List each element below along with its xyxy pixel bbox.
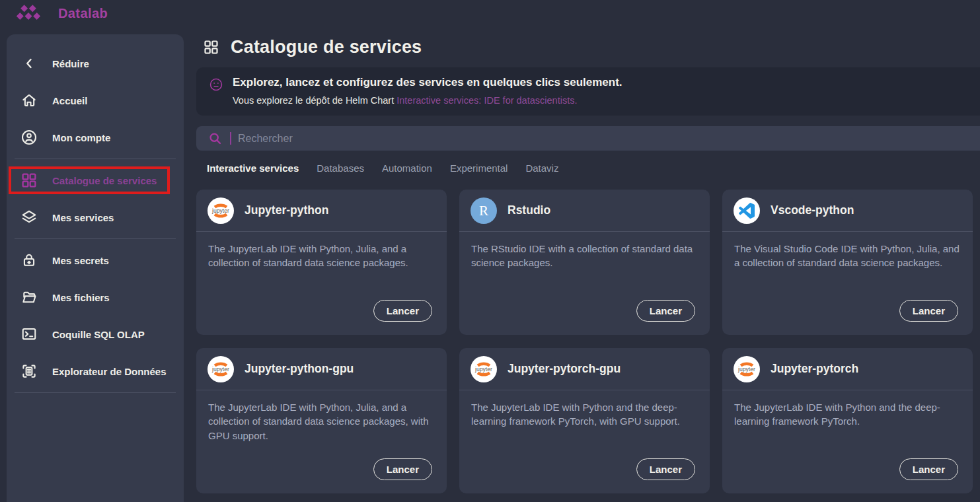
lock-icon	[20, 252, 38, 269]
sidebar-item-coquille-sql-olap[interactable]: Coquille SQL OLAP	[7, 316, 184, 353]
service-card: R Rstudio The RStudio IDE with a collect…	[459, 190, 710, 335]
search-input[interactable]	[238, 133, 980, 145]
service-description: The JupyterLab IDE with Python, Julia, a…	[196, 232, 447, 270]
data-explorer-icon	[20, 363, 38, 380]
service-description: The JupyterLab IDE with Python and the d…	[722, 390, 973, 429]
service-description: The Visual Studio Code IDE with Python, …	[722, 232, 973, 270]
smiley-icon	[209, 77, 223, 92]
service-description: The JupyterLab IDE with Python, Julia, a…	[196, 390, 447, 443]
launch-button[interactable]: Lancer	[636, 458, 695, 480]
jupyter-logo-icon: jupyter	[207, 356, 234, 382]
sidebar-item-label: Accueil	[52, 95, 87, 106]
terminal-icon	[20, 326, 38, 343]
launch-button[interactable]: Lancer	[899, 300, 958, 322]
service-title: Rstudio	[508, 203, 550, 217]
tab-databases[interactable]: Databases	[317, 162, 364, 176]
folder-icon	[20, 289, 38, 306]
grid-icon	[203, 39, 219, 55]
category-tabs: Interactive services Databases Automatio…	[207, 162, 980, 176]
divider	[15, 159, 176, 159]
page-header: Catalogue de services	[203, 37, 980, 57]
topbar: Datalab	[0, 0, 980, 26]
grid-icon	[20, 172, 38, 189]
service-card: jupyter Jupyter-python The JupyterLab ID…	[196, 190, 447, 335]
svg-text:R: R	[479, 203, 488, 219]
card-header: jupyter Jupyter-pytorch-gpu	[459, 348, 710, 390]
banner-text: Explorez, lancez et configurez des servi…	[233, 76, 622, 106]
text-cursor	[230, 132, 231, 145]
sidebar-item-mes-fichiers[interactable]: Mes fichiers	[7, 279, 184, 316]
jupyter-logo-icon: jupyter	[471, 356, 497, 382]
jupyter-logo-icon: jupyter	[734, 356, 760, 382]
service-card-grid: jupyter Jupyter-python The JupyterLab ID…	[196, 190, 973, 493]
sidebar-item-label: Réduire	[52, 58, 89, 69]
launch-button[interactable]: Lancer	[373, 458, 432, 480]
page-title: Catalogue de services	[231, 37, 422, 57]
app-title[interactable]: Datalab	[58, 6, 108, 21]
tab-dataviz[interactable]: Dataviz	[525, 162, 558, 176]
card-header: R Rstudio	[459, 190, 710, 232]
sidebar-item-mes-services[interactable]: Mes services	[7, 199, 184, 236]
card-header: jupyter Jupyter-pytorch	[722, 348, 973, 390]
sidebar-item-label: Mes services	[52, 212, 114, 223]
tab-automation[interactable]: Automation	[382, 162, 432, 176]
svg-text:jupyter: jupyter	[737, 366, 755, 373]
service-description: The JupyterLab IDE with Python and the d…	[459, 390, 710, 429]
service-title: Jupyter-pytorch	[771, 362, 858, 376]
service-title: Jupyter-pytorch-gpu	[508, 362, 621, 376]
launch-button[interactable]: Lancer	[636, 300, 695, 322]
svg-text:jupyter: jupyter	[211, 207, 229, 214]
divider	[15, 238, 176, 239]
sidebar-item-label: Coquille SQL OLAP	[52, 329, 145, 340]
layers-icon	[20, 209, 38, 226]
datalab-logo-icon[interactable]	[16, 4, 41, 22]
banner-subtitle-prefix: Vous explorez le dépôt de Helm Chart	[233, 95, 396, 106]
vscode-logo-icon	[734, 197, 760, 224]
card-header: jupyter Jupyter-python	[196, 190, 447, 232]
banner-catalog-link[interactable]: Interactive services: IDE for datascient…	[396, 95, 577, 106]
main-content: Catalogue de services Explorez, lancez e…	[195, 26, 980, 493]
svg-text:jupyter: jupyter	[211, 366, 229, 373]
launch-button[interactable]: Lancer	[373, 300, 432, 322]
banner-title: Explorez, lancez et configurez des servi…	[233, 76, 622, 89]
sidebar-item-label: Mon compte	[52, 132, 110, 143]
service-description: The RStudio IDE with a collection of sta…	[459, 232, 710, 270]
chevron-left-icon	[20, 55, 38, 72]
sidebar-item-explorateur-de-donnees[interactable]: Explorateur de Données	[7, 353, 184, 390]
rstudio-logo-icon: R	[471, 197, 497, 224]
svg-text:jupyter: jupyter	[474, 366, 492, 373]
search-icon	[207, 131, 223, 147]
service-card: jupyter Jupyter-python-gpu The JupyterLa…	[196, 348, 447, 493]
sidebar-item-catalogue-de-services[interactable]: Catalogue de services	[7, 162, 184, 199]
banner-subtitle: Vous explorez le dépôt de Helm Chart Int…	[233, 95, 622, 106]
service-card: jupyter Jupyter-pytorch The JupyterLab I…	[722, 348, 973, 493]
service-card: Vscode-python The Visual Studio Code IDE…	[722, 190, 973, 335]
sidebar-item-label: Catalogue de services	[52, 175, 157, 186]
service-title: Jupyter-python-gpu	[245, 362, 354, 376]
divider	[15, 392, 176, 393]
account-icon	[20, 129, 38, 146]
tab-experimental[interactable]: Experimental	[450, 162, 508, 176]
sidebar-item-label: Mes secrets	[52, 255, 109, 266]
service-title: Jupyter-python	[245, 203, 328, 217]
sidebar-item-reduire[interactable]: Réduire	[7, 45, 184, 82]
sidebar-item-label: Explorateur de Données	[52, 366, 167, 377]
service-title: Vscode-python	[771, 203, 854, 217]
sidebar-item-accueil[interactable]: Accueil	[7, 82, 184, 119]
card-header: Vscode-python	[722, 190, 973, 232]
home-icon	[20, 92, 38, 109]
tab-interactive-services[interactable]: Interactive services	[207, 162, 299, 176]
search-bar[interactable]	[196, 126, 980, 151]
sidebar-item-mon-compte[interactable]: Mon compte	[7, 119, 184, 156]
sidebar-item-label: Mes fichiers	[52, 292, 110, 303]
sidebar-item-mes-secrets[interactable]: Mes secrets	[7, 242, 184, 279]
jupyter-logo-icon: jupyter	[207, 197, 234, 224]
sidebar: Réduire Accueil Mon compte	[7, 34, 184, 502]
card-header: jupyter Jupyter-python-gpu	[196, 348, 447, 390]
service-card: jupyter Jupyter-pytorch-gpu The JupyterL…	[459, 348, 710, 493]
info-banner: Explorez, lancez et configurez des servi…	[196, 67, 980, 116]
launch-button[interactable]: Lancer	[899, 458, 958, 480]
